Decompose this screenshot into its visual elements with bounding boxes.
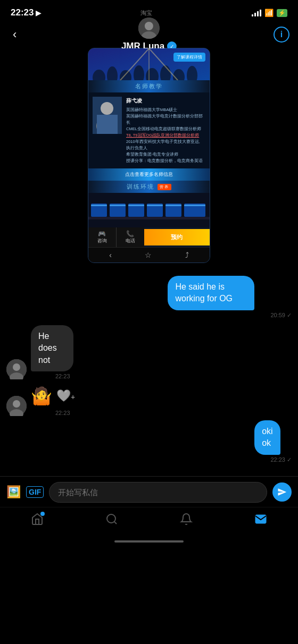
card-back-icon[interactable]: ‹ (109, 251, 112, 259)
svg-rect-32 (184, 205, 205, 206)
message-row: oki ok 22:23 ✓ (6, 420, 292, 463)
search-tab[interactable] (105, 513, 118, 526)
message-text: He does not (38, 332, 57, 365)
card-book-bar: 🎮 咨询 📞 电话 预约 (88, 227, 210, 247)
call-btn[interactable]: 📞 电话 (117, 227, 144, 247)
msg-meta-1: 20:59 ✓ (168, 312, 292, 319)
svg-point-34 (13, 363, 20, 371)
location-icon: ▶ (36, 9, 41, 17)
card-profile: 薛弋凌 英国赫特福德大学MBA硕士 英国赫特福德大学电竞计数据分析分部部长 CM… (88, 92, 210, 168)
emoji-row: 🤷 🤍+ (31, 386, 75, 406)
svg-rect-29 (128, 205, 144, 206)
room-image (88, 193, 210, 227)
store-label: 淘宝 (140, 9, 152, 17)
message-input[interactable] (49, 482, 267, 503)
msg-meta-2: 22:23 (55, 373, 92, 379)
message-text: He said he is working for OG (175, 282, 233, 303)
checkmark: ✓ (287, 312, 292, 318)
sent-bubble-2: oki ok (254, 420, 280, 455)
message-row: He said he is working for OG 20:59 ✓ (6, 276, 292, 319)
gif-button[interactable]: GIF (26, 486, 44, 498)
avatar-2 (6, 359, 27, 379)
teacher-section-title: 名师教学 (88, 80, 210, 92)
message-row: 🤷 🤍+ 22:23 (6, 386, 292, 416)
emoji-bubble: 🤷 (31, 386, 52, 406)
sent-message-col: He said he is working for OG 20:59 ✓ (168, 276, 292, 319)
train-section-title: 训练环境 营养 (88, 181, 210, 193)
checkmark: ✓ (287, 456, 292, 463)
card-more-btn[interactable]: 点击查看更多名师信息 (88, 168, 210, 181)
profile-photo (93, 97, 122, 134)
profile-name: 薛弋凌 (126, 97, 205, 105)
svg-point-39 (107, 514, 115, 523)
consult-btn[interactable]: 🎮 咨询 (88, 227, 117, 247)
card-share-icon[interactable]: ⤴ (185, 251, 189, 259)
received-bubble-1: He does not (31, 325, 73, 371)
message-text: oki ok (262, 427, 272, 447)
train-badge: 营养 (158, 184, 171, 190)
notifications-tab[interactable] (180, 513, 193, 526)
svg-point-37 (13, 400, 20, 408)
msg-meta-3: 22:23 (55, 410, 75, 416)
svg-point-16 (101, 102, 113, 115)
svg-rect-31 (165, 205, 181, 206)
home-tab[interactable] (31, 513, 44, 526)
status-time: 22:23 ▶ (11, 7, 41, 18)
wifi-icon: 📶 (264, 9, 274, 17)
card-banner: 了解课程详情 (88, 48, 210, 80)
sent-bubble-1: He said he is working for OG (168, 276, 254, 310)
message-row: He does not 22:23 (6, 325, 292, 379)
battery-icon: ⚡ (277, 9, 287, 17)
status-icons: 📶 ⚡ (252, 9, 287, 17)
avatar-3 (6, 396, 27, 416)
profile-text: 薛弋凌 英国赫特福德大学MBA硕士 英国赫特福德大学电竞计数据分析分部部长 CM… (126, 97, 205, 164)
svg-line-40 (114, 521, 117, 523)
back-button[interactable]: ‹ (9, 26, 21, 44)
card-container: 了解课程详情 名师教学 薛弋凌 英国赫特福德大学MBA硕士 英国赫 (6, 48, 292, 272)
send-button[interactable] (272, 482, 292, 502)
sent-message-col-2: oki ok 22:23 ✓ (254, 420, 292, 463)
received-message-col: He does not 22:23 (31, 325, 92, 379)
svg-rect-28 (110, 205, 126, 206)
book-btn[interactable]: 预约 (144, 229, 210, 245)
msg-meta-4: 22:23 ✓ (254, 456, 292, 463)
svg-rect-27 (91, 205, 107, 206)
nav-bar: ‹ JMR Luna ✓ i (0, 23, 298, 48)
card-star-icon[interactable]: ☆ (145, 251, 152, 259)
svg-rect-30 (147, 205, 163, 206)
card-banner-btn[interactable]: 了解课程详情 (173, 53, 205, 62)
svg-point-1 (145, 22, 153, 30)
messages-tab[interactable] (254, 513, 267, 526)
input-row: 🖼️ GIF (6, 482, 292, 503)
svg-rect-26 (88, 217, 210, 219)
emoji-message-col: 🤷 🤍+ 22:23 (31, 386, 75, 416)
nav-center: JMR Luna ✓ (121, 18, 177, 52)
info-button[interactable]: i (274, 27, 289, 43)
svg-rect-18 (97, 115, 118, 134)
image-icon[interactable]: 🖼️ (6, 485, 21, 499)
input-bar: 🖼️ GIF (0, 476, 298, 507)
embedded-card: 了解课程详情 名师教学 薛弋凌 英国赫特福德大学MBA硕士 英国赫 (88, 48, 210, 263)
signal-icon (252, 10, 261, 16)
avatar (138, 18, 160, 39)
bottom-nav (0, 507, 298, 538)
heart-add-icon[interactable]: 🤍+ (56, 389, 75, 403)
chat-area: 了解课程详情 名师教学 薛弋凌 英国赫特福德大学MBA硕士 英国赫 (0, 48, 298, 476)
home-indicator (114, 540, 184, 543)
home-dot (40, 512, 45, 516)
card-nav-bar: ‹ ☆ ⤴ (88, 247, 210, 262)
